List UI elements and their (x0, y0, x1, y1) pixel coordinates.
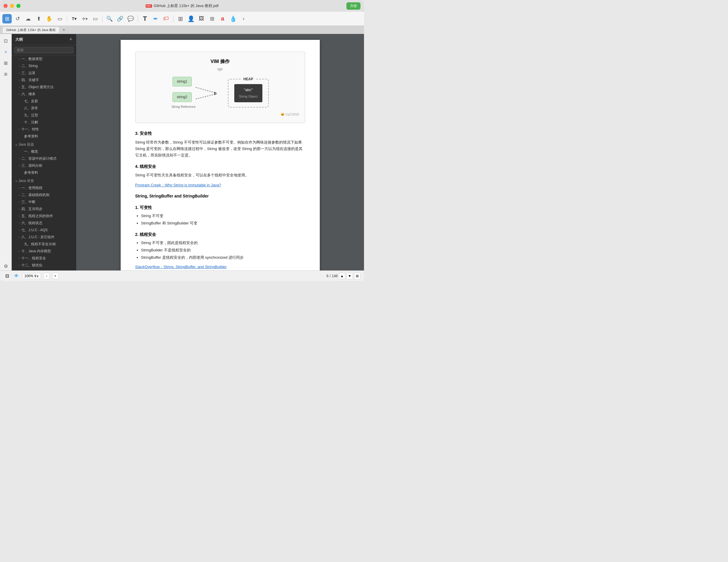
comment-icon[interactable]: 💬 (126, 14, 135, 23)
settings-icon[interactable]: ⚙ (1, 262, 10, 270)
bookmark-icon[interactable]: ⊞ (1, 59, 10, 67)
maximize-button[interactable] (16, 4, 20, 8)
section-header-java-container[interactable]: ∨ Java 容器 (12, 141, 76, 148)
shape-icon[interactable]: ▭ (90, 14, 100, 23)
list-item[interactable]: 九、泛型 (12, 112, 76, 119)
zoom-control[interactable]: 100% lt∨ (22, 273, 41, 279)
upgrade-button[interactable]: 升级 (346, 2, 360, 10)
list-item[interactable]: › 十二、锁优化 (12, 262, 76, 269)
sub1-bullets: String 不可变 StringBuffer 和 StringBuilder … (141, 213, 305, 226)
list-item[interactable]: 十三、多线程开发良好的... (12, 269, 76, 270)
chevron-icon: › (19, 57, 20, 61)
section4-body: String 不可变性天生具备线程安全，可以在多个线程中安全地使用。 (135, 172, 305, 178)
list-item[interactable]: 八、异常 (12, 105, 76, 112)
list-item[interactable]: › 十、Java 内存模型 (12, 247, 76, 254)
chevron-icon: › (19, 235, 20, 239)
link2[interactable]: StackOverflow：String, StringBuffer, and … (135, 264, 305, 270)
chevron-icon: › (19, 92, 20, 96)
page-thumbnail-icon[interactable]: ⊡ (1, 36, 10, 45)
list-item[interactable]: 一、概览 (12, 148, 76, 155)
text-large-icon[interactable]: T (140, 14, 150, 23)
list-item[interactable]: › 十一、线程安全 (12, 254, 76, 262)
panel-toggle-icon[interactable]: ⊟ (4, 272, 11, 279)
image-icon[interactable]: 🖼 (197, 14, 206, 23)
droplet-icon[interactable]: 💧 (228, 14, 238, 23)
zoom-increase-button[interactable]: + (52, 273, 59, 279)
outline-header: 大纲 + (12, 34, 76, 45)
annotation-list-icon[interactable]: ≡ (1, 70, 10, 78)
chevron-icon: › (19, 193, 20, 197)
list-item[interactable]: 九、线程不安全示例 (12, 240, 76, 247)
section-header-java-concurrent[interactable]: ∨ Java 并发 (12, 177, 76, 184)
share-icon[interactable]: ⬆ (34, 14, 43, 23)
chevron-icon: › (19, 214, 20, 218)
list-item[interactable]: › 六、线程状态 (12, 219, 76, 226)
sub2-header: 2. 线程安全 (135, 231, 305, 237)
list-item[interactable]: › 三、中断 (12, 198, 76, 205)
pdf-icon: PDF (146, 4, 152, 8)
outline-icon[interactable]: ≡ (1, 47, 10, 56)
chevron-icon: › (19, 186, 20, 190)
more-icon[interactable]: › (239, 14, 248, 23)
list-item[interactable]: › 八、J.U.C - 其它组件 (12, 233, 76, 240)
tag-icon[interactable]: 🏷 (161, 14, 171, 23)
link1[interactable]: Program Creek：Why String is immutable in… (135, 182, 305, 188)
view-icon[interactable]: ⊞ (2, 14, 12, 23)
list-item[interactable]: › 二、String (12, 62, 76, 69)
arrows-svg (196, 81, 219, 105)
string-object-label: String Object (239, 94, 258, 99)
total-pages: 148 (332, 274, 338, 278)
toolbar: ⊞ ↺ ☁ ⬆ ✋ ▭ T▾ ✛▾ ▭ 🔍 🔗 💬 T ✒ 🏷 ⊞ 👤 🖼 ⊞ … (0, 12, 364, 26)
text-icon[interactable]: T▾ (69, 14, 79, 23)
list-item[interactable]: › 十一、特性 (12, 126, 76, 133)
pdf-viewer[interactable]: VIM 操作 cyc string1 string2 String Refere… (76, 34, 364, 270)
chevron-icon: › (19, 78, 20, 82)
list-item[interactable]: 参考资料 (12, 133, 76, 140)
page-down-button[interactable]: ▼ (346, 273, 353, 279)
outline-add-button[interactable]: + (69, 36, 72, 42)
search-input[interactable] (14, 47, 74, 53)
hand-icon[interactable]: ✋ (45, 14, 54, 23)
list-item[interactable]: › 四、关键字 (12, 76, 76, 83)
fit-page-button[interactable]: ⊞ (354, 273, 360, 279)
back-icon[interactable]: ↺ (13, 14, 22, 23)
table-icon[interactable]: ⊞ (176, 14, 185, 23)
list-item[interactable]: › 五、线程之间的协作 (12, 212, 76, 219)
outline-items: › 一、数据类型 › 二、String › 三、运算 › 四、关键字 › 五、O… (12, 55, 76, 270)
list-item[interactable]: › 二、基础线程机制 (12, 191, 76, 198)
cloud-icon[interactable]: ☁ (23, 14, 33, 23)
sub2-bullets: String 不可变，因此是线程安全的 StringBuilder 不是线程安全… (141, 240, 305, 260)
zoom-value: 100% (24, 274, 33, 278)
search-icon[interactable]: 🔍 (105, 14, 114, 23)
apps-icon[interactable]: ⊞ (207, 14, 217, 23)
main-tab[interactable]: GitHub 上标星 115k+ 的 Java 教程 (2, 27, 59, 33)
person-icon[interactable]: 👤 (186, 14, 196, 23)
list-item[interactable]: › 三、源码分析 (12, 162, 76, 169)
list-item[interactable]: › 五、Object 通用方法 (12, 83, 76, 90)
zoom-decrease-button[interactable]: − (43, 273, 50, 279)
close-button[interactable] (4, 4, 8, 8)
list-item[interactable]: › 六、继承 (12, 90, 76, 98)
chevron-icon: › (19, 256, 20, 260)
list-item[interactable]: › 三、运算 (12, 69, 76, 76)
watermark: 🐱 CyC2018 (141, 112, 299, 117)
list-item[interactable]: 参考资料 (12, 169, 76, 176)
list-item[interactable]: › 二、容器中的设计模式 (12, 155, 76, 162)
chevron-icon: › (19, 221, 20, 225)
eye-icon[interactable]: 👁 (13, 272, 20, 279)
font-icon[interactable]: a (218, 14, 227, 23)
list-item[interactable]: 七、反射 (12, 98, 76, 105)
title-bar: PDF GitHub 上标星 115k+ 的 Java 教程.pdf 升级 (0, 0, 364, 12)
add-tab-button[interactable]: + (61, 27, 67, 33)
page-up-button[interactable]: ▲ (339, 273, 345, 279)
select-icon[interactable]: ▭ (55, 14, 64, 23)
list-item[interactable]: 十、注解 (12, 119, 76, 126)
list-item[interactable]: › 一、数据类型 (12, 55, 76, 62)
link-icon[interactable]: 🔗 (115, 14, 125, 23)
minimize-button[interactable] (10, 4, 14, 8)
list-item[interactable]: › 一、使用线程 (12, 184, 76, 191)
pen-icon[interactable]: ✒ (151, 14, 160, 23)
list-item[interactable]: › 四、互斥同步 (12, 205, 76, 212)
list-item[interactable]: › 七、J.U.C - AQS (12, 226, 76, 233)
annotation-icon[interactable]: ✛▾ (80, 14, 89, 23)
